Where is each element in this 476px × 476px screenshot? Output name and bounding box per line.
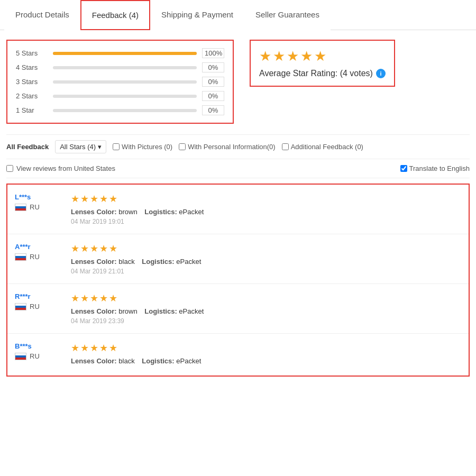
filter-right: Translate to English: [400, 164, 470, 172]
avg-rating-label: Average Star Rating: (4 votes): [259, 69, 373, 78]
avg-star-2: ★: [273, 48, 285, 65]
lenses-color-label-1: Lenses Color:: [71, 208, 118, 216]
review-content-1: ★★★★★Lenses Color: brown Logistics: ePac…: [71, 193, 461, 225]
review-star-3-1: ★: [71, 292, 79, 304]
reviewer-info-2: A***rRU: [15, 243, 62, 275]
bar-fill-1: [53, 52, 197, 55]
bar-pct-1: 100%: [202, 48, 224, 58]
review-content-4: ★★★★★Lenses Color: black Logistics: ePac…: [71, 342, 461, 367]
tab-feedback[interactable]: Feedback (4): [80, 0, 150, 30]
country-code-3: RU: [30, 303, 40, 310]
review-stars-3: ★★★★★: [71, 292, 461, 304]
filter-left: View reviews from United States: [6, 164, 115, 172]
review-star-4-1: ★: [71, 342, 79, 354]
info-icon[interactable]: i: [376, 69, 386, 78]
review-star-3-2: ★: [80, 292, 89, 304]
review-star-3-4: ★: [99, 292, 108, 304]
avg-star-5: ★: [314, 48, 326, 65]
lenses-color-value-4: black: [118, 357, 134, 365]
star-bar-row-5: 1 Star0%: [16, 105, 224, 115]
main-content: 5 Stars100%4 Stars0%3 Stars0%2 Stars0%1 …: [0, 30, 476, 386]
review-date-3: 04 Mar 2019 23:39: [71, 317, 461, 325]
star-bar-row-2: 4 Stars0%: [16, 62, 224, 72]
country-code-2: RU: [30, 253, 40, 261]
all-stars-select[interactable]: All Stars (4) ▾: [55, 140, 106, 153]
with-personal-info-checkbox[interactable]: [179, 143, 186, 150]
review-item-2: A***rRU★★★★★Lenses Color: black Logistic…: [7, 234, 469, 284]
review-stars-2: ★★★★★: [71, 243, 461, 254]
logistics-label-2: Logistics:: [140, 258, 177, 266]
with-pictures-checkbox[interactable]: [113, 143, 120, 150]
stars-display: ★★★★★: [259, 48, 386, 65]
with-pictures-filter[interactable]: With Pictures (0): [113, 143, 172, 151]
logistics-value-2: ePacket: [176, 258, 201, 266]
star-bars-box: 5 Stars100%4 Stars0%3 Stars0%2 Stars0%1 …: [6, 40, 234, 124]
logistics-value-3: ePacket: [179, 307, 204, 315]
bar-track-5: [53, 109, 197, 112]
review-item-1: L***sRU★★★★★Lenses Color: brown Logistic…: [7, 185, 469, 234]
review-details-1: Lenses Color: brown Logistics: ePacket: [71, 208, 461, 216]
filter-bar-2: View reviews from United States Translat…: [6, 159, 470, 178]
lenses-color-value-3: brown: [118, 307, 137, 315]
view-us-checkbox[interactable]: [6, 165, 13, 172]
review-details-3: Lenses Color: brown Logistics: ePacket: [71, 307, 461, 315]
review-content-3: ★★★★★Lenses Color: brown Logistics: ePac…: [71, 292, 461, 325]
reviewer-info-1: L***sRU: [15, 193, 62, 225]
review-star-1-1: ★: [71, 193, 79, 205]
flag-icon-3: [15, 303, 26, 310]
bar-track-1: [53, 52, 197, 55]
reviewer-info-4: B***sRU: [15, 342, 62, 367]
translate-label: Translate to English: [409, 164, 470, 172]
star-bar-label-1: 5 Stars: [16, 49, 48, 57]
logistics-label-4: Logistics:: [140, 357, 177, 365]
flag-icon-4: [15, 353, 26, 360]
country-code-1: RU: [30, 203, 40, 211]
with-pictures-label: With Pictures (0): [122, 143, 172, 151]
reviewer-name-4: B***s: [15, 342, 62, 350]
reviewer-info-3: R***rRU: [15, 292, 62, 325]
flag-icon-2: [15, 253, 26, 261]
with-personal-info-label: With Personal Information(0): [188, 143, 275, 151]
review-date-1: 04 Mar 2019 19:01: [71, 218, 461, 225]
reviewer-name-2: A***r: [15, 243, 62, 251]
review-star-1-3: ★: [90, 193, 98, 205]
lenses-color-label-3: Lenses Color:: [71, 307, 118, 315]
bar-track-2: [53, 66, 197, 69]
review-item-3: R***rRU★★★★★Lenses Color: brown Logistic…: [7, 284, 469, 334]
bar-track-4: [53, 95, 197, 98]
bar-pct-4: 0%: [202, 91, 224, 101]
star-bar-label-2: 4 Stars: [16, 63, 48, 71]
review-star-1-2: ★: [80, 193, 89, 205]
tab-product-details[interactable]: Product Details: [4, 0, 80, 30]
translate-label-wrap[interactable]: Translate to English: [400, 164, 470, 172]
translate-checkbox[interactable]: [400, 165, 407, 172]
review-date-2: 04 Mar 2019 21:01: [71, 268, 461, 275]
lenses-color-label-2: Lenses Color:: [71, 258, 118, 266]
all-stars-label: All Stars (4): [60, 143, 96, 151]
additional-feedback-filter[interactable]: Additional Feedback (0): [282, 143, 363, 151]
tab-seller[interactable]: Seller Guarantees: [244, 0, 331, 30]
reviewer-country-1: RU: [15, 203, 62, 211]
reviewer-country-4: RU: [15, 352, 62, 360]
lenses-color-value-2: black: [118, 258, 134, 266]
with-personal-info-filter[interactable]: With Personal Information(0): [179, 143, 275, 151]
chevron-down-icon: ▾: [98, 143, 102, 151]
star-bar-label-5: 1 Star: [16, 106, 48, 114]
reviewer-country-3: RU: [15, 303, 62, 310]
review-stars-4: ★★★★★: [71, 342, 461, 354]
reviewer-name-3: R***r: [15, 292, 62, 300]
review-star-3-5: ★: [109, 292, 117, 304]
lenses-color-value-1: brown: [118, 208, 137, 216]
review-details-4: Lenses Color: black Logistics: ePacket: [71, 357, 461, 365]
tab-shipping[interactable]: Shipping & Payment: [150, 0, 244, 30]
star-bar-label-3: 3 Stars: [16, 78, 48, 86]
avg-rating-text: Average Star Rating: (4 votes) i: [259, 69, 386, 78]
reviews-box: L***sRU★★★★★Lenses Color: brown Logistic…: [6, 184, 470, 377]
star-bar-row-3: 3 Stars0%: [16, 77, 224, 87]
additional-feedback-checkbox[interactable]: [282, 143, 289, 150]
avg-rating-box: ★★★★★ Average Star Rating: (4 votes) i: [250, 40, 395, 87]
bar-pct-3: 0%: [202, 77, 224, 87]
bar-pct-5: 0%: [202, 105, 224, 115]
review-star-1-5: ★: [109, 193, 117, 205]
ratings-section: 5 Stars100%4 Stars0%3 Stars0%2 Stars0%1 …: [6, 40, 470, 124]
